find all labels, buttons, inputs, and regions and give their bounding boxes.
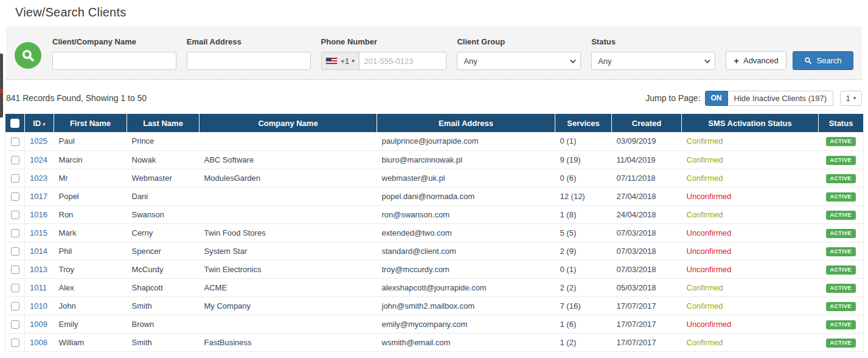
client-group-select[interactable]: Any (457, 52, 581, 70)
created-cell: 24/04/2018 (612, 205, 682, 223)
company-name-cell (200, 187, 377, 205)
status-cell: ACTIVE (819, 278, 864, 297)
table-row[interactable]: 1013 Troy McCurdy Twin Electronics troy@… (5, 260, 864, 278)
client-id-link[interactable]: 1014 (25, 242, 54, 260)
page-number-select[interactable]: 1 ▾ (840, 91, 862, 106)
hide-inactive-toggle: ON Hide Inactive Clients (197) (705, 91, 833, 106)
column-header-email[interactable]: Email Address (377, 114, 555, 132)
table-row[interactable]: 1025 Paul Prince paulprince@jourrapide.c… (5, 132, 864, 150)
sms-activation-status-cell: Confirmed (682, 132, 819, 150)
id-header-label: ID (33, 119, 41, 128)
column-header-id[interactable]: ID▾ (25, 114, 54, 132)
client-id-link[interactable]: 1010 (25, 297, 54, 315)
page-number-value: 1 (846, 94, 850, 103)
row-checkbox[interactable] (11, 138, 19, 146)
phone-input[interactable] (359, 52, 446, 69)
status-cell: ACTIVE (819, 150, 864, 169)
services-cell: 9 (19) (555, 150, 612, 169)
first-name-cell: Popel (54, 187, 127, 205)
created-cell: 11/04/2019 (612, 150, 682, 169)
search-button[interactable]: Search (793, 51, 853, 70)
table-row[interactable]: 1024 Marcin Nowak ABC Software biuro@mar… (5, 150, 864, 169)
client-id-link[interactable]: 1011 (25, 278, 54, 297)
client-id-link[interactable]: 1024 (25, 150, 54, 169)
company-name-cell (200, 205, 377, 223)
last-name-cell: Prince (127, 132, 200, 150)
company-name-cell (200, 315, 377, 333)
column-header-status[interactable]: Status (819, 114, 864, 132)
last-name-cell: Swanson (127, 205, 200, 223)
column-header-company-name[interactable]: Company Name (200, 114, 377, 132)
services-cell: 2 (2) (555, 278, 612, 297)
row-checkbox-cell (5, 205, 25, 223)
select-all-checkbox[interactable] (10, 119, 19, 128)
hide-inactive-clients-button[interactable]: Hide Inactive Clients (197) (728, 91, 833, 106)
table-row[interactable]: 1008 William Smith FastBusiness wsmith@e… (5, 333, 864, 351)
clients-table: ID▾ First Name Last Name Company Name Em… (5, 114, 864, 352)
email-cell: extended@two.com (377, 223, 555, 242)
table-row[interactable]: 1015 Mark Cerny Twin Food Stores extende… (5, 223, 864, 242)
client-id-link[interactable]: 1023 (25, 169, 54, 187)
table-row[interactable]: 1009 Emily Brown emily@mycompany.com 1 (… (5, 315, 864, 333)
client-id-link[interactable]: 1017 (25, 187, 54, 205)
row-checkbox[interactable] (11, 156, 19, 164)
row-checkbox-cell (5, 242, 25, 260)
chevron-down-icon (704, 57, 710, 63)
row-checkbox[interactable] (11, 211, 19, 219)
toggle-on-button[interactable]: ON (705, 91, 728, 106)
sms-activation-status-cell: Confirmed (682, 205, 819, 223)
column-header-services[interactable]: Services (555, 114, 612, 132)
client-id-link[interactable]: 1013 (25, 260, 54, 278)
client-group-label: Client Group (457, 37, 581, 46)
column-header-first-name[interactable]: First Name (54, 114, 127, 132)
status-badge: ACTIVE (826, 320, 856, 329)
column-header-last-name[interactable]: Last Name (127, 114, 200, 132)
table-row[interactable]: 1017 Popel Dani popel.dani@normada.com 1… (5, 187, 864, 205)
table-row[interactable]: 1010 John Smith My Company john@smith2.m… (5, 297, 864, 315)
row-checkbox-cell (5, 132, 25, 150)
client-id-link[interactable]: 1009 (25, 315, 54, 333)
client-search-panel: Client/Company Name Email Address Phone … (6, 26, 862, 80)
status-select[interactable]: Any (591, 52, 715, 70)
row-checkbox[interactable] (11, 284, 19, 292)
row-checkbox[interactable] (11, 229, 19, 237)
row-checkbox[interactable] (11, 265, 19, 274)
row-checkbox[interactable] (11, 192, 19, 201)
row-checkbox[interactable] (11, 302, 19, 311)
chevron-down-icon (570, 57, 576, 63)
row-checkbox[interactable] (11, 339, 19, 347)
email-cell: emily@mycompany.com (377, 315, 555, 333)
collapsed-sidebar-handle[interactable] (0, 54, 3, 118)
column-header-created[interactable]: Created (612, 114, 682, 132)
client-name-input[interactable] (52, 52, 176, 70)
first-name-cell: Paul (54, 132, 127, 150)
dial-code-selector[interactable]: +1 ▾ (322, 52, 359, 69)
advanced-button[interactable]: + Advanced (726, 51, 786, 70)
row-checkbox[interactable] (11, 174, 19, 183)
sms-activation-status-cell: Confirmed (682, 278, 819, 297)
last-name-cell: Smith (127, 297, 200, 315)
page-title: View/Search Clients (15, 5, 868, 19)
services-cell: 2 (9) (555, 242, 612, 260)
row-checkbox[interactable] (11, 247, 19, 256)
row-checkbox[interactable] (11, 320, 19, 329)
client-id-link[interactable]: 1016 (25, 205, 54, 223)
table-row[interactable]: 1016 Ron Swanson ron@swanson.com 1 (8) 2… (5, 205, 864, 223)
email-input[interactable] (187, 52, 311, 70)
status-field-group: Status Any (591, 37, 715, 70)
column-header-sms-activation[interactable]: SMS Activation Status (682, 114, 819, 132)
row-checkbox-cell (5, 223, 25, 242)
table-row[interactable]: 1014 Phil Spencer System Star standard@c… (5, 242, 864, 260)
client-id-link[interactable]: 1025 (25, 132, 54, 150)
email-cell: ron@swanson.com (377, 205, 555, 223)
client-id-link[interactable]: 1015 (25, 223, 54, 242)
services-cell: 7 (16) (555, 297, 612, 315)
first-name-cell: Marcin (54, 150, 127, 169)
table-row[interactable]: 1011 Alex Shapcott ACME alexshapcott@jou… (5, 278, 864, 297)
client-id-link[interactable]: 1008 (25, 333, 54, 351)
status-cell: ACTIVE (819, 169, 864, 187)
page-select-caret-icon: ▾ (853, 96, 856, 101)
services-cell: 0 (1) (555, 260, 612, 278)
status-badge: ACTIVE (826, 137, 856, 146)
table-row[interactable]: 1023 Mr Webmaster ModulesGarden webmaste… (5, 169, 864, 187)
